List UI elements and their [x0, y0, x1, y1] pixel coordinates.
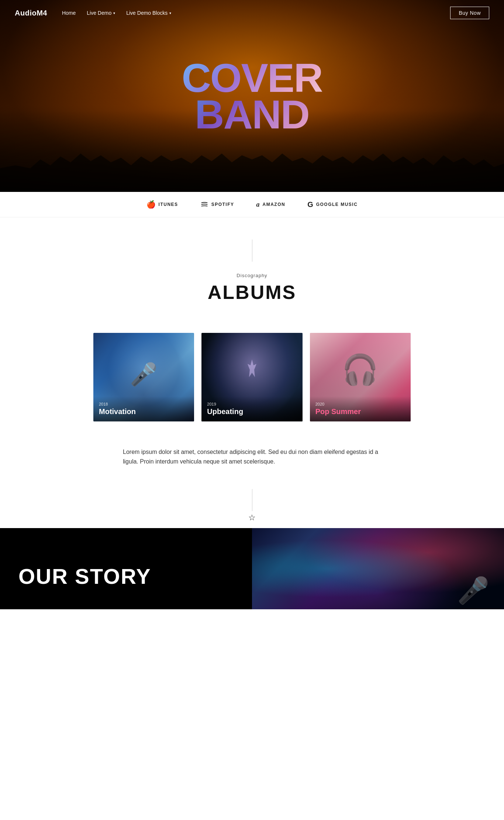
platform-amazon-label: AMAZON [262, 202, 285, 207]
hero-title-line1: COVER [182, 59, 322, 96]
album-info-2: 2019 Upbeating [201, 396, 302, 421]
chevron-down-icon: ▾ [113, 11, 115, 15]
album-name-3: Pop Summer [315, 407, 405, 416]
our-story-right [252, 528, 504, 609]
album-name-1: Motivation [99, 407, 189, 416]
nav-link-live-demo[interactable]: Live Demo ▾ [87, 10, 115, 16]
hero-title-line2: BAND [182, 96, 322, 132]
nav-links: Home Live Demo ▾ Live Demo Blocks ▾ [62, 10, 451, 16]
album-card-motivation[interactable]: 2018 Motivation [93, 333, 194, 421]
discography-title: ALBUMS [108, 281, 396, 303]
album-card-pop-summer[interactable]: 🎧 2020 Pop Summer [310, 333, 411, 421]
platform-spotify[interactable]: SPOTIFY [200, 200, 234, 209]
discography-subtitle: Discography [108, 273, 396, 278]
album-info-3: 2020 Pop Summer [310, 396, 411, 421]
platform-itunes[interactable]: 🍎 ITUNES [146, 200, 178, 209]
hero-title: COVER BAND [182, 59, 322, 132]
buy-now-button[interactable]: Buy Now [450, 7, 489, 19]
album-year-2: 2019 [207, 402, 297, 406]
headphone-person-icon: 🎧 [310, 333, 411, 407]
description-section: Lorem ipsum dolor sit amet, consectetur … [108, 440, 396, 482]
apple-icon: 🍎 [146, 200, 156, 209]
navigation: AudioM4 Home Live Demo ▾ Live Demo Block… [0, 0, 504, 26]
album-name-2: Upbeating [207, 407, 297, 416]
platform-google-music[interactable]: G GOOGLE MUSIC [307, 200, 358, 209]
nav-link-home[interactable]: Home [62, 10, 76, 16]
albums-grid: 2018 Motivation 2019 Upbeating 🎧 2020 Po… [93, 333, 411, 421]
section-divider-top [108, 240, 396, 262]
description-text: Lorem ipsum dolor sit amet, consectetur … [123, 447, 381, 467]
nav-logo[interactable]: AudioM4 [15, 9, 47, 17]
chevron-down-icon: ▾ [169, 11, 171, 15]
platform-spotify-label: SPOTIFY [211, 202, 234, 207]
mid-divider-line [252, 489, 252, 511]
our-story-left: OUR STORY [0, 528, 252, 609]
hero-section: COVER BAND [0, 0, 504, 192]
platforms-bar: 🍎 ITUNES SPOTIFY a AMAZON G GOOGLE MUSIC [0, 192, 504, 217]
platform-google-music-label: GOOGLE MUSIC [316, 202, 358, 207]
platform-amazon[interactable]: a AMAZON [256, 201, 285, 209]
album-card-upbeating[interactable]: 2019 Upbeating [201, 333, 302, 421]
amazon-icon: a [256, 201, 259, 209]
album-year-3: 2020 [315, 402, 405, 406]
google-icon: G [307, 200, 313, 209]
album-info-1: 2018 Motivation [93, 396, 194, 421]
mid-divider: ☆ [0, 482, 504, 528]
discography-section: Discography ALBUMS 2018 Motivation 2019 … [0, 217, 504, 528]
album-year-1: 2018 [99, 402, 189, 406]
nav-link-live-demo-blocks[interactable]: Live Demo Blocks ▾ [126, 10, 171, 16]
our-story-title: OUR STORY [18, 566, 234, 587]
platform-itunes-label: ITUNES [159, 202, 178, 207]
spotify-icon [200, 200, 208, 209]
star-icon: ☆ [248, 513, 256, 523]
divider-line [252, 240, 252, 262]
our-story-section: OUR STORY [0, 528, 504, 609]
discography-container: Discography ALBUMS [93, 217, 411, 333]
